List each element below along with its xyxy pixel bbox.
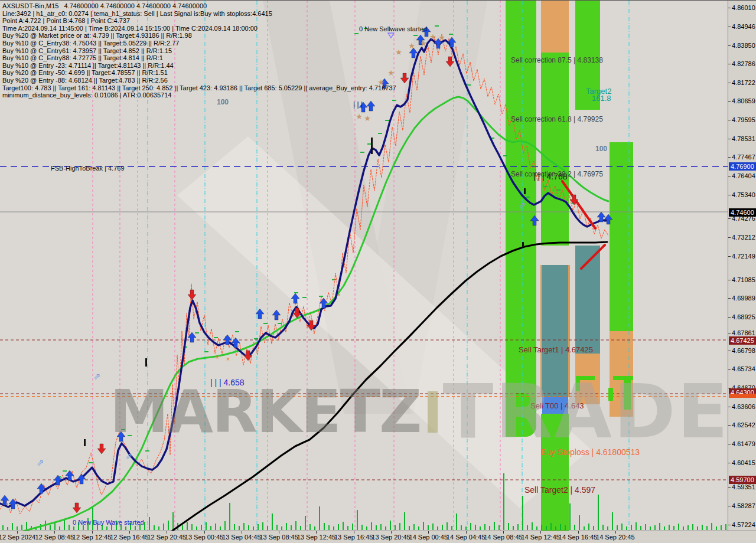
price-highlight-4.74600: 4.74600 [729, 208, 756, 217]
price-highlight-4.76900: 4.76900 [729, 162, 756, 171]
price-highlight-4.67425: 4.67425 [729, 336, 756, 345]
price-tick-label: 4.72149 [732, 253, 755, 260]
price-tick [728, 237, 731, 238]
sell-arrow-icon [244, 351, 252, 361]
buy-arrow-icon [320, 298, 328, 308]
candle-mark [522, 242, 524, 247]
hollow-arrow-icon: ⇗ [125, 451, 133, 461]
sell-target2-label: Sell Target2 | 4.597 [524, 485, 595, 495]
green-zone [610, 142, 633, 331]
time-label: 14 Sep 00:45 [409, 534, 448, 541]
buy-arrow-icon [37, 483, 45, 493]
star-icon: ★ [420, 39, 427, 48]
buy-arrow-icon [232, 338, 240, 348]
price-tick [728, 407, 731, 407]
teal-zone [542, 265, 568, 397]
target2-1618: 161.8 [592, 94, 611, 103]
orange-zone [541, 1, 569, 53]
info-line: Buy %20 @ Market price or at: 4.739 || T… [2, 32, 396, 40]
candle-mark [145, 358, 147, 367]
star-icon: ★ [408, 41, 415, 50]
price-tick-label: 4.66798 [732, 347, 755, 354]
price-tick-label: 4.63606 [732, 403, 755, 410]
price-tick [728, 463, 731, 463]
signal-zones [506, 1, 633, 531]
bar-marks: | | | [353, 100, 363, 109]
buy-stoploss-label: Buy Stoploss | 4.61800513 [541, 447, 640, 457]
hollow-arrow-icon: ⇗ [37, 457, 44, 467]
candle-mark [84, 439, 86, 446]
price-tick [728, 83, 731, 83]
fib-100-right: 100 [595, 145, 607, 153]
price-tick-label: 4.76404 [732, 172, 755, 179]
price-tick [728, 425, 731, 426]
watermark: MARKETZ TRADE [110, 375, 730, 449]
price-tick-label: 4.77467 [732, 153, 755, 161]
price-tick-label: 4.86010 [732, 4, 755, 11]
buy-arrow-icon [117, 431, 125, 441]
info-line: Buy %10 @ C_Entry61: 4.73957 || Target:4… [2, 47, 396, 55]
buy-arrow-icon [434, 38, 442, 48]
price-tick [728, 256, 731, 257]
price-tick [728, 218, 731, 219]
buy-arrow-icon [367, 101, 375, 111]
time-label: 14 Sep 20:45 [596, 534, 634, 541]
price-highlight-4.59700: 4.59700 [729, 476, 756, 484]
price-tick [728, 64, 731, 64]
candle-mark [524, 188, 526, 194]
buy-arrow-icon [416, 35, 425, 45]
info-line: Line:3492 | h1_atr_c0: 0.0274 | tema_h1_… [2, 10, 396, 18]
time-axis[interactable]: 12 Sep 202412 Sep 08:4512 Sep 12:4512 Se… [0, 531, 756, 543]
trading-chart-window: MARKETZ TRADE ★★★★★★★★★⇗⇗⇗⇗××0 New Sellw… [0, 0, 756, 543]
time-label: 12 Sep 12:45 [73, 534, 111, 541]
price-axis[interactable]: 4.860104.849464.838504.827864.817224.806… [728, 1, 756, 531]
teal-zone [575, 246, 600, 354]
price-tick [728, 351, 731, 351]
green-zone-edges [576, 376, 633, 410]
buy-arrow-icon [530, 215, 539, 225]
sell-correction-875: Sell correction 87.5 | 4.83138 [511, 56, 603, 64]
price-tick [728, 45, 731, 46]
hollow-arrow-icon: ⇗ [519, 200, 526, 210]
buy-arrow-icon [604, 214, 612, 224]
sell-arrow-icon [446, 57, 454, 67]
price-tick [728, 333, 731, 333]
price-tick-label: 4.81722 [732, 79, 755, 86]
price-tick [728, 8, 731, 8]
price-highlight-sliver [729, 394, 756, 398]
price-tick-label: 4.60415 [732, 459, 755, 466]
price-tick-label: 4.82786 [732, 60, 755, 67]
fib-100-left: 100 [217, 98, 229, 106]
buy-arrow-icon [66, 470, 74, 480]
green-zone [575, 1, 600, 110]
red-trend-segment [562, 181, 595, 228]
sell-correction-382: Sell correction 38.2 | 4.76975 [511, 170, 603, 178]
price-tick-label: 4.73212 [732, 234, 755, 241]
price-tick-label: 4.75340 [732, 191, 755, 198]
orange-zone [575, 354, 600, 404]
red-trend-segment [581, 245, 605, 269]
info-line: Buy %10 @ Entry -23: 4.71114 || Target:4… [2, 62, 396, 70]
sell-arrow-icon [293, 308, 301, 318]
price-tick-label: 4.57224 [732, 521, 755, 528]
sell-t00-label: Sell T00 | 4.643 [530, 401, 584, 410]
buy-arrow-icon [54, 475, 62, 485]
time-label: 14 Sep 12:45 [521, 534, 559, 541]
navy-tema-line [0, 39, 608, 507]
time-label: 12 Sep 16:45 [110, 534, 148, 541]
price-tick [728, 195, 731, 195]
price-tick-label: 4.62542 [732, 421, 755, 428]
time-label: 12 Sep 20:45 [147, 534, 185, 541]
price-tick [728, 176, 731, 176]
star-icon: ★ [438, 33, 445, 42]
blue-zone [542, 397, 568, 414]
buy-arrow-icon [359, 102, 367, 112]
buy-arrow-icon [272, 310, 281, 320]
watermark-left: MARKETZ [110, 382, 421, 441]
time-label: 13 Sep 16:45 [334, 534, 373, 541]
sell-arrow-icon [73, 503, 81, 513]
green-ma-line [0, 97, 608, 531]
buy-arrow-icon [188, 332, 196, 342]
green-zone [506, 1, 536, 437]
info-line: Time A:2024.09.14 11:45:00 | Time B:2024… [2, 25, 396, 32]
